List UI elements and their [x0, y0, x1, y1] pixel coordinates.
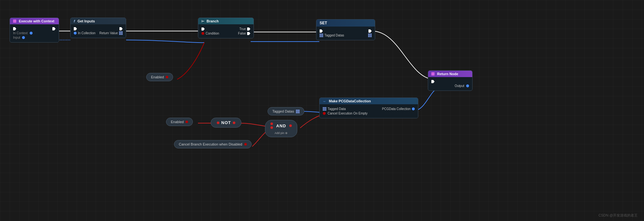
not-in-pin[interactable] — [217, 122, 219, 124]
pcgdata-out[interactable] — [412, 107, 415, 110]
watermark: CSDN @开发游戏的老王 — [599, 213, 638, 218]
get-inputs-node: f Get Inputs In Collection Return Value — [70, 18, 126, 38]
and-in1[interactable] — [270, 122, 273, 125]
exec-arrow — [13, 27, 16, 30]
exec-in — [74, 27, 77, 30]
make-pcg-node: ↔ Make PCGDataCollection Tagged Data PCG… — [319, 98, 418, 118]
set-header: SET — [316, 20, 375, 27]
tagged-datas-out-pin[interactable] — [368, 34, 372, 37]
set-node: SET Tagged Datas — [316, 19, 375, 40]
tagged-datas-pill[interactable]: Tagged Datas — [268, 107, 304, 115]
get-inputs-body: In Collection Return Value — [71, 24, 126, 38]
make-pcg-header: ↔ Make PCGDataCollection — [320, 98, 418, 104]
input-pin[interactable] — [22, 36, 25, 39]
get-inputs-header: f Get Inputs — [71, 18, 126, 24]
and-in2[interactable] — [270, 126, 273, 129]
tagged-datas-pill-pin[interactable] — [296, 110, 299, 113]
in-collection-pin: In Collection — [74, 31, 95, 35]
cancel-branch-pill[interactable]: Cancel Branch Execution when Disabled — [174, 140, 252, 148]
branch-false-out[interactable] — [247, 32, 250, 35]
and-node[interactable]: AND Add pin ⊕ — [265, 120, 297, 137]
branch-true-out[interactable] — [247, 28, 250, 31]
return-node: Return Node Output — [428, 70, 473, 91]
enabled-top-pin[interactable] — [166, 76, 168, 78]
exec-out-pin — [52, 27, 56, 30]
in-context-pin[interactable] — [30, 32, 33, 35]
exec-arrow-out — [52, 27, 56, 30]
branch-node: ⊢ Branch True Condition False — [198, 18, 254, 38]
condition-pin[interactable] — [201, 32, 204, 35]
return-value-pin: Return Value — [99, 31, 123, 35]
tagged-data-in[interactable] — [323, 107, 326, 111]
enabled-pill-top[interactable]: Enabled — [146, 73, 173, 81]
return-node-header: Return Node — [428, 71, 472, 77]
exec-in-pin — [13, 27, 16, 30]
set-exec-in — [320, 29, 323, 33]
enabled-pill-bottom[interactable]: Enabled — [166, 118, 193, 126]
set-exec-out[interactable] — [368, 29, 372, 33]
in-collection-dot[interactable] — [74, 32, 77, 35]
enabled-bottom-pin[interactable] — [186, 121, 188, 123]
not-node[interactable]: NOT — [211, 118, 241, 128]
execute-with-context-header: Execute with Context — [10, 18, 59, 24]
branch-header: ⊢ Branch — [198, 18, 254, 24]
output-pin[interactable] — [466, 84, 469, 87]
exec-out — [119, 27, 123, 30]
exec-in-arrow — [74, 27, 77, 30]
tagged-datas-in-pin[interactable] — [320, 34, 323, 37]
execute-with-context-body: In Context Input — [10, 24, 59, 42]
cancel-branch-pin[interactable] — [244, 143, 247, 146]
return-grid-pin[interactable] — [119, 31, 123, 35]
set-body: Tagged Datas — [316, 27, 375, 40]
cancel-exec-empty[interactable] — [323, 112, 326, 115]
execute-with-context-node: Execute with Context In Context Input — [10, 18, 59, 43]
and-out[interactable] — [289, 124, 292, 127]
branch-body: True Condition False — [198, 24, 254, 38]
not-out-pin[interactable] — [233, 122, 235, 124]
exec-out-arrow — [119, 27, 123, 30]
return-exec-in — [431, 80, 435, 83]
branch-exec-in — [201, 28, 205, 31]
make-pcg-body: Tagged Data PCGData Collection Cancel Ex… — [320, 104, 418, 118]
return-node-body: Output — [428, 77, 472, 91]
